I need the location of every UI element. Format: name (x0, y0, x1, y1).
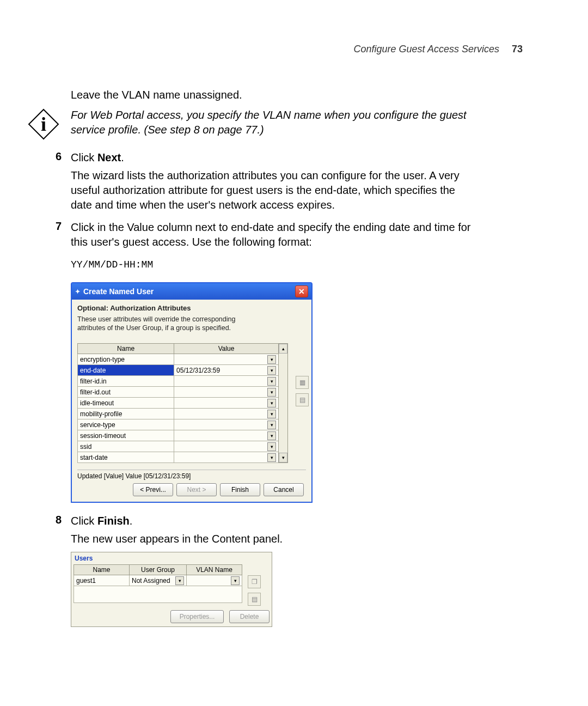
finish-button[interactable]: Finish (220, 483, 260, 496)
chevron-down-icon[interactable]: ▾ (267, 453, 276, 462)
chevron-down-icon[interactable]: ▾ (175, 576, 184, 585)
table-row[interactable]: start-date▾ (78, 452, 279, 463)
scroll-up-icon[interactable]: ▴ (279, 344, 287, 354)
stack-icon[interactable]: ▤ (296, 393, 309, 406)
paragraph-leave-vlan: Leave the VLAN name unassigned. (71, 88, 474, 102)
step-body: Click Next. (71, 150, 124, 165)
chevron-down-icon[interactable]: ▾ (267, 399, 276, 407)
table-row[interactable]: service-type▾ (78, 419, 279, 430)
dialog-body: Optional: Authorization Attributes These… (72, 300, 311, 502)
dialog-button-row: < Previ... Next > Finish Cancel (77, 480, 306, 500)
attr-name-cell[interactable]: mobility-profile (78, 409, 174, 419)
attr-name-cell[interactable]: filter-id.in (78, 376, 174, 387)
step-number: 8 (56, 514, 71, 526)
status-text: Updated [Value] Value [05/12/31/23:59] (77, 470, 306, 480)
info-note: i For Web Portal access, you specify the… (27, 108, 555, 143)
users-panel: Users Name User Group VLAN Name guest1No… (71, 552, 272, 627)
close-icon[interactable] (295, 285, 308, 297)
attr-name-cell[interactable]: filter-id.out (78, 387, 174, 398)
chevron-down-icon[interactable]: ▾ (267, 431, 276, 440)
chevron-down-icon[interactable]: ▾ (267, 366, 276, 375)
column-header-value: Value (174, 344, 279, 354)
step-number: 6 (56, 150, 71, 163)
attr-value-cell[interactable]: ▾ (174, 398, 279, 409)
scrollbar[interactable]: ▴ ▾ (278, 343, 288, 463)
attr-value-cell[interactable]: ▾ (174, 430, 279, 441)
table-row[interactable]: idle-timeout▾ (78, 398, 279, 409)
note-text: For Web Portal access, you specify the V… (71, 108, 474, 137)
attr-value-cell[interactable]: ▾ (174, 354, 279, 365)
delete-button: Delete (229, 610, 270, 623)
calendar-icon[interactable]: ▦ (296, 376, 309, 389)
table-row[interactable]: encryption-type▾ (78, 354, 279, 365)
attr-name-cell[interactable]: idle-timeout (78, 398, 174, 409)
dialog-section-heading: Optional: Authorization Attributes (77, 304, 306, 312)
vlan-name-cell[interactable]: ▾ (187, 575, 242, 586)
chevron-down-icon[interactable]: ▾ (267, 377, 276, 386)
chevron-down-icon[interactable]: ▾ (267, 442, 276, 451)
attr-value-cell[interactable]: ▾ (174, 441, 279, 452)
attr-value-cell[interactable]: 05/12/31/23:59▾ (174, 365, 279, 376)
step-body: Click Finish. (71, 514, 132, 528)
side-toolbar: ▦ ▤ (296, 376, 309, 406)
properties-button: Properties... (170, 610, 224, 623)
dialog-titlebar: ✦ Create Named User (72, 283, 311, 300)
step-7: 7 Click in the Value column next to end-… (56, 220, 555, 249)
column-header-name: Name (78, 344, 174, 354)
step-number: 7 (56, 220, 71, 233)
dialog-title: Create Named User (83, 287, 295, 296)
step-8-follow-text: The new user appears in the Content pane… (71, 532, 474, 546)
attr-value-cell[interactable]: ▾ (174, 376, 279, 387)
attr-name-cell[interactable]: encryption-type (78, 354, 174, 365)
date-format-code: YY/MM/DD-HH:MM (71, 259, 555, 270)
dialog-section-description: These user attributes will override the … (77, 315, 241, 332)
attr-value-cell[interactable]: ▾ (174, 387, 279, 398)
previous-button[interactable]: < Previ... (133, 483, 173, 496)
attr-value-cell[interactable]: ▾ (174, 409, 279, 419)
table-spacer (74, 586, 242, 603)
column-header-name: Name (74, 565, 130, 575)
table-row[interactable]: session-timeout▾ (78, 430, 279, 441)
attr-value-cell[interactable]: ▾ (174, 419, 279, 430)
table-row[interactable]: end-date05/12/31/23:59▾ (78, 365, 279, 376)
cancel-button[interactable]: Cancel (264, 483, 304, 496)
step-8: 8 Click Finish. (56, 514, 555, 528)
table-row[interactable]: filter-id.in▾ (78, 376, 279, 387)
column-header-vlan: VLAN Name (187, 565, 242, 575)
attr-name-cell[interactable]: ssid (78, 441, 174, 452)
table-row[interactable]: filter-id.out▾ (78, 387, 279, 398)
chevron-down-icon[interactable]: ▾ (267, 421, 276, 429)
create-named-user-dialog: ✦ Create Named User Optional: Authorizat… (71, 282, 313, 503)
scroll-down-icon[interactable]: ▾ (279, 453, 287, 462)
document-page: Configure Guest Access Services 73 Leave… (0, 0, 588, 660)
attr-name-cell[interactable]: session-timeout (78, 430, 174, 441)
attr-name-cell[interactable]: start-date (78, 452, 174, 463)
attributes-table[interactable]: Name Value encryption-type▾end-date05/12… (77, 343, 279, 463)
users-table[interactable]: Name User Group VLAN Name guest1Not Assi… (74, 564, 242, 603)
step-6: 6 Click Next. (56, 150, 555, 165)
step-body: Click in the Value column next to end-da… (71, 220, 474, 249)
attr-value-cell[interactable]: ▾ (174, 452, 279, 463)
table-row[interactable]: guest1Not Assigned▾▾ (74, 575, 242, 586)
attr-name-cell[interactable]: service-type (78, 419, 174, 430)
table-row[interactable]: mobility-profile▾ (78, 409, 279, 419)
chevron-down-icon[interactable]: ▾ (231, 576, 240, 585)
page-number: 73 (512, 44, 523, 54)
svg-text:i: i (41, 113, 46, 135)
info-icon: i (27, 108, 60, 143)
chevron-down-icon[interactable]: ▾ (267, 410, 276, 418)
running-header: Configure Guest Access Services 73 (71, 44, 555, 55)
user-name-cell[interactable]: guest1 (74, 575, 130, 586)
copy-icon[interactable]: ❐ (248, 575, 261, 588)
user-group-cell[interactable]: Not Assigned▾ (129, 575, 186, 586)
stack-icon[interactable]: ▤ (248, 593, 261, 606)
chevron-down-icon[interactable]: ▾ (267, 388, 276, 397)
users-side-toolbar: ❐ ▤ (248, 575, 261, 606)
table-row[interactable]: ssid▾ (78, 441, 279, 452)
column-header-group: User Group (129, 565, 186, 575)
step-6-follow-text: The wizard lists the authorization attri… (71, 168, 474, 212)
users-button-row: Properties... Delete (74, 606, 270, 623)
attr-name-cell[interactable]: end-date (78, 365, 174, 376)
section-title: Configure Guest Access Services (354, 44, 499, 54)
chevron-down-icon[interactable]: ▾ (267, 355, 276, 364)
